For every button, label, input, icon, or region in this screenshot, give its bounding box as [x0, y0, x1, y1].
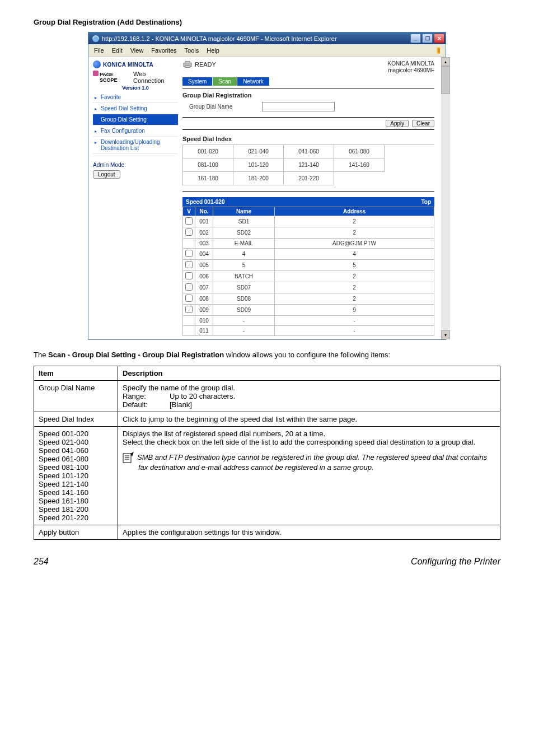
row-name: SD07	[213, 282, 275, 293]
logout-button[interactable]: Logout	[93, 170, 120, 179]
intro-paragraph: The Scan - Group Dial Setting - Group Di…	[34, 350, 500, 360]
apply-button[interactable]: Apply	[386, 120, 409, 127]
nav-fax-configuration[interactable]: ▸Fax Configuration	[93, 125, 178, 137]
desc-item-4: Apply button	[34, 525, 118, 539]
tab-scan[interactable]: Scan	[213, 77, 237, 86]
row-checkbox[interactable]	[185, 261, 193, 268]
index-181-200[interactable]: 181-200	[233, 172, 284, 185]
index-041-060[interactable]: 041-060	[284, 145, 334, 158]
row-checkbox[interactable]	[185, 272, 193, 279]
brand-text: KONICA MINOLTA	[103, 62, 153, 68]
group-dial-name-label: Group Dial Name	[189, 104, 256, 110]
page-footer: 254 Configuring the Printer	[34, 554, 500, 567]
desc-val-1: Specify the name of the group dial. Rang…	[118, 380, 500, 412]
index-061-080[interactable]: 061-080	[334, 145, 385, 158]
speed-range-item: Speed 081-100	[39, 463, 113, 472]
scroll-up-button[interactable]: ▴	[441, 57, 450, 66]
r1-range-k: Range:	[123, 392, 156, 400]
row-address: ADG@GJM.PTW	[275, 239, 434, 249]
menu-edit[interactable]: Edit	[109, 46, 126, 54]
row-address: 2	[275, 282, 434, 293]
row-checkbox-cell	[183, 316, 195, 326]
brand-dot-icon	[93, 60, 101, 68]
menu-tools[interactable]: Tools	[181, 46, 203, 54]
footer-title: Configuring the Printer	[411, 557, 500, 567]
row-address: 4	[275, 249, 434, 260]
table-row: 008SD082	[183, 293, 434, 305]
row-checkbox[interactable]	[185, 217, 193, 225]
row-name: -	[213, 316, 275, 326]
window-maximize-button[interactable]: ❐	[422, 34, 433, 43]
nav-favorite[interactable]: ▸Favorite	[93, 92, 178, 103]
row-name: 5	[213, 260, 275, 271]
r1-line1: Specify the name of the group dial.	[123, 384, 495, 392]
index-161-180[interactable]: 161-180	[183, 172, 233, 185]
r1-default-k: Default:	[123, 400, 156, 409]
speed-range-item: Speed 101-120	[39, 472, 113, 480]
form-title: Group Dial Registration	[182, 92, 434, 99]
ready-status: READY	[195, 61, 216, 68]
desc-row-speed-ranges: Speed 001-020Speed 021-040Speed 041-060S…	[34, 426, 500, 525]
menu-favorites[interactable]: Favorites	[148, 46, 180, 54]
row-checkbox-cell	[183, 249, 195, 260]
index-001-020[interactable]: 001-020	[183, 145, 233, 158]
row-checkbox[interactable]	[185, 250, 193, 257]
version-label: Version 1.0	[93, 85, 178, 91]
speed-dial-table: V No. Name Address 001SD12002SD022003E-M…	[182, 207, 434, 336]
menu-file[interactable]: File	[91, 46, 107, 54]
ie-logo-icon	[92, 35, 100, 43]
scroll-down-button[interactable]: ▾	[441, 330, 450, 339]
clear-button[interactable]: Clear	[412, 120, 434, 127]
printer-icon	[182, 60, 193, 68]
nav-download-upload[interactable]: ▸Downloading/Uploading Destination List	[93, 137, 178, 154]
nav-favorite-label: Favorite	[101, 94, 121, 100]
row-no: 005	[195, 260, 213, 271]
index-021-040[interactable]: 021-040	[233, 145, 284, 158]
note-icon	[123, 452, 135, 463]
nav-group-dial-setting[interactable]: Group Dial Setting	[93, 114, 178, 125]
table-row: 00555	[183, 260, 434, 271]
window-close-button[interactable]: ✕	[434, 34, 444, 43]
index-101-120[interactable]: 101-120	[233, 158, 284, 172]
top-link[interactable]: Top	[421, 199, 431, 205]
index-081-100[interactable]: 081-100	[183, 158, 233, 172]
menu-help[interactable]: Help	[203, 46, 223, 54]
col-v: V	[183, 207, 195, 216]
svg-rect-2	[438, 48, 440, 53]
speed-range-item: Speed 181-200	[39, 505, 113, 514]
speed-range-item: Speed 141-160	[39, 488, 113, 497]
index-121-140[interactable]: 121-140	[284, 158, 334, 172]
row-checkbox-cell	[183, 305, 195, 316]
row-checkbox[interactable]	[185, 295, 193, 302]
row-checkbox[interactable]	[185, 283, 193, 291]
para-prefix: The	[34, 351, 48, 359]
table-row: 00444	[183, 249, 434, 260]
table-row: 010--	[183, 316, 434, 326]
index-141-160[interactable]: 141-160	[334, 158, 385, 172]
row-checkbox[interactable]	[185, 306, 193, 313]
speed-range-item: Speed 121-140	[39, 480, 113, 488]
nav-fax-config-label: Fax Configuration	[101, 128, 145, 134]
menu-view[interactable]: View	[127, 46, 147, 54]
row-address: 9	[275, 305, 434, 316]
svg-rect-4	[185, 61, 190, 63]
nav-speed-dial-setting[interactable]: ▸Speed Dial Setting	[93, 103, 178, 114]
table-row: 011--	[183, 326, 434, 336]
window-minimize-button[interactable]: _	[410, 34, 421, 43]
r3-line1: Displays the list of registered speed di…	[123, 430, 495, 438]
tab-system[interactable]: System	[182, 77, 213, 86]
speed-table-header-bar: Speed 001-020 Top	[182, 197, 434, 207]
row-no: 010	[195, 316, 213, 326]
scroll-thumb[interactable]	[441, 66, 450, 94]
para-suffix: window allows you to configure the follo…	[224, 351, 390, 359]
pagescope-prefix: PAGE SCOPE	[100, 72, 132, 83]
row-no: 008	[195, 293, 213, 305]
device-model: magicolor 4690MF	[387, 67, 434, 74]
row-name: SD09	[213, 305, 275, 316]
index-201-220[interactable]: 201-220	[284, 172, 334, 185]
tab-network[interactable]: Network	[237, 77, 270, 86]
group-dial-name-input[interactable]	[262, 102, 335, 111]
scrollbar[interactable]: ▴ ▾	[441, 57, 450, 339]
speed-dial-index-title: Speed Dial Index	[182, 136, 434, 142]
row-checkbox[interactable]	[185, 228, 193, 236]
